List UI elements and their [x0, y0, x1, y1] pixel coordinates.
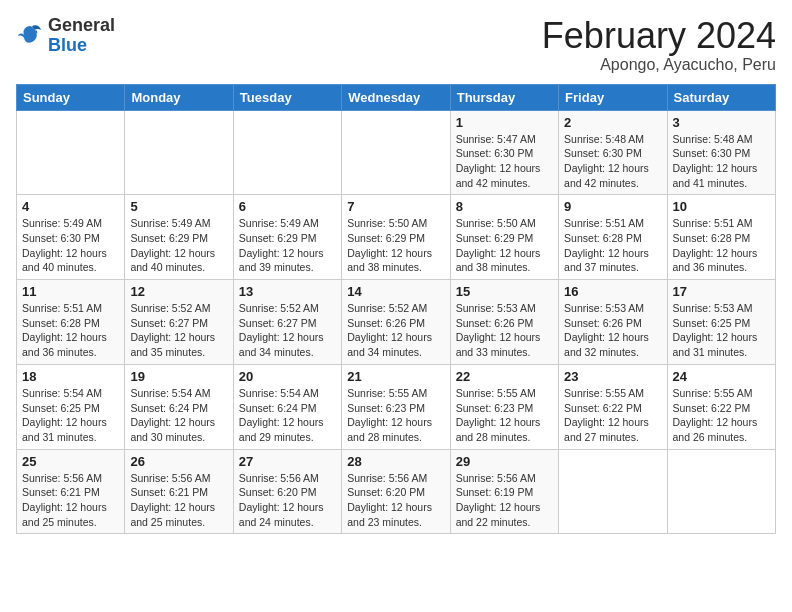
calendar-week-2: 4Sunrise: 5:49 AMSunset: 6:30 PMDaylight… — [17, 195, 776, 280]
day-info: Sunrise: 5:51 AMSunset: 6:28 PMDaylight:… — [564, 216, 661, 275]
calendar-week-4: 18Sunrise: 5:54 AMSunset: 6:25 PMDayligh… — [17, 364, 776, 449]
day-info: Sunrise: 5:47 AMSunset: 6:30 PMDaylight:… — [456, 132, 553, 191]
day-number: 24 — [673, 369, 770, 384]
day-number: 20 — [239, 369, 336, 384]
calendar-cell: 22Sunrise: 5:55 AMSunset: 6:23 PMDayligh… — [450, 364, 558, 449]
day-number: 26 — [130, 454, 227, 469]
day-number: 25 — [22, 454, 119, 469]
day-info: Sunrise: 5:54 AMSunset: 6:25 PMDaylight:… — [22, 386, 119, 445]
day-number: 11 — [22, 284, 119, 299]
calendar-cell — [342, 110, 450, 195]
day-info: Sunrise: 5:49 AMSunset: 6:30 PMDaylight:… — [22, 216, 119, 275]
calendar-cell: 1Sunrise: 5:47 AMSunset: 6:30 PMDaylight… — [450, 110, 558, 195]
calendar-cell: 8Sunrise: 5:50 AMSunset: 6:29 PMDaylight… — [450, 195, 558, 280]
title-block: February 2024 Apongo, Ayacucho, Peru — [542, 16, 776, 74]
day-info: Sunrise: 5:55 AMSunset: 6:22 PMDaylight:… — [564, 386, 661, 445]
day-number: 15 — [456, 284, 553, 299]
calendar-cell: 19Sunrise: 5:54 AMSunset: 6:24 PMDayligh… — [125, 364, 233, 449]
day-number: 13 — [239, 284, 336, 299]
page-subtitle: Apongo, Ayacucho, Peru — [542, 56, 776, 74]
calendar-week-1: 1Sunrise: 5:47 AMSunset: 6:30 PMDaylight… — [17, 110, 776, 195]
calendar-cell: 14Sunrise: 5:52 AMSunset: 6:26 PMDayligh… — [342, 280, 450, 365]
calendar-cell: 27Sunrise: 5:56 AMSunset: 6:20 PMDayligh… — [233, 449, 341, 534]
col-header-friday: Friday — [559, 84, 667, 110]
calendar-cell: 12Sunrise: 5:52 AMSunset: 6:27 PMDayligh… — [125, 280, 233, 365]
day-number: 12 — [130, 284, 227, 299]
day-info: Sunrise: 5:51 AMSunset: 6:28 PMDaylight:… — [22, 301, 119, 360]
calendar-week-3: 11Sunrise: 5:51 AMSunset: 6:28 PMDayligh… — [17, 280, 776, 365]
calendar-cell — [559, 449, 667, 534]
day-number: 3 — [673, 115, 770, 130]
logo: General Blue — [16, 16, 115, 56]
day-info: Sunrise: 5:50 AMSunset: 6:29 PMDaylight:… — [456, 216, 553, 275]
col-header-tuesday: Tuesday — [233, 84, 341, 110]
day-info: Sunrise: 5:56 AMSunset: 6:19 PMDaylight:… — [456, 471, 553, 530]
day-number: 6 — [239, 199, 336, 214]
day-number: 14 — [347, 284, 444, 299]
logo-bird-icon — [16, 22, 44, 50]
calendar-header: SundayMondayTuesdayWednesdayThursdayFrid… — [17, 84, 776, 110]
day-number: 9 — [564, 199, 661, 214]
calendar-cell — [233, 110, 341, 195]
day-number: 10 — [673, 199, 770, 214]
day-number: 16 — [564, 284, 661, 299]
calendar-cell — [17, 110, 125, 195]
calendar-cell: 13Sunrise: 5:52 AMSunset: 6:27 PMDayligh… — [233, 280, 341, 365]
logo-text: General Blue — [48, 16, 115, 56]
calendar-cell: 7Sunrise: 5:50 AMSunset: 6:29 PMDaylight… — [342, 195, 450, 280]
col-header-saturday: Saturday — [667, 84, 775, 110]
col-header-thursday: Thursday — [450, 84, 558, 110]
day-number: 29 — [456, 454, 553, 469]
day-info: Sunrise: 5:53 AMSunset: 6:25 PMDaylight:… — [673, 301, 770, 360]
calendar-table: SundayMondayTuesdayWednesdayThursdayFrid… — [16, 84, 776, 535]
day-info: Sunrise: 5:55 AMSunset: 6:23 PMDaylight:… — [456, 386, 553, 445]
day-info: Sunrise: 5:55 AMSunset: 6:23 PMDaylight:… — [347, 386, 444, 445]
day-info: Sunrise: 5:56 AMSunset: 6:21 PMDaylight:… — [22, 471, 119, 530]
day-info: Sunrise: 5:54 AMSunset: 6:24 PMDaylight:… — [239, 386, 336, 445]
day-number: 17 — [673, 284, 770, 299]
day-number: 8 — [456, 199, 553, 214]
day-info: Sunrise: 5:52 AMSunset: 6:27 PMDaylight:… — [239, 301, 336, 360]
day-info: Sunrise: 5:53 AMSunset: 6:26 PMDaylight:… — [456, 301, 553, 360]
day-info: Sunrise: 5:48 AMSunset: 6:30 PMDaylight:… — [673, 132, 770, 191]
calendar-cell: 29Sunrise: 5:56 AMSunset: 6:19 PMDayligh… — [450, 449, 558, 534]
day-number: 28 — [347, 454, 444, 469]
calendar-cell: 25Sunrise: 5:56 AMSunset: 6:21 PMDayligh… — [17, 449, 125, 534]
calendar-cell: 18Sunrise: 5:54 AMSunset: 6:25 PMDayligh… — [17, 364, 125, 449]
page-header: General Blue February 2024 Apongo, Ayacu… — [16, 16, 776, 74]
day-number: 27 — [239, 454, 336, 469]
calendar-cell: 5Sunrise: 5:49 AMSunset: 6:29 PMDaylight… — [125, 195, 233, 280]
calendar-cell: 2Sunrise: 5:48 AMSunset: 6:30 PMDaylight… — [559, 110, 667, 195]
calendar-cell: 24Sunrise: 5:55 AMSunset: 6:22 PMDayligh… — [667, 364, 775, 449]
col-header-monday: Monday — [125, 84, 233, 110]
calendar-cell: 4Sunrise: 5:49 AMSunset: 6:30 PMDaylight… — [17, 195, 125, 280]
day-info: Sunrise: 5:49 AMSunset: 6:29 PMDaylight:… — [239, 216, 336, 275]
calendar-cell: 10Sunrise: 5:51 AMSunset: 6:28 PMDayligh… — [667, 195, 775, 280]
day-number: 5 — [130, 199, 227, 214]
day-info: Sunrise: 5:50 AMSunset: 6:29 PMDaylight:… — [347, 216, 444, 275]
calendar-cell: 11Sunrise: 5:51 AMSunset: 6:28 PMDayligh… — [17, 280, 125, 365]
day-info: Sunrise: 5:49 AMSunset: 6:29 PMDaylight:… — [130, 216, 227, 275]
day-number: 19 — [130, 369, 227, 384]
calendar-cell: 21Sunrise: 5:55 AMSunset: 6:23 PMDayligh… — [342, 364, 450, 449]
day-number: 23 — [564, 369, 661, 384]
calendar-cell: 15Sunrise: 5:53 AMSunset: 6:26 PMDayligh… — [450, 280, 558, 365]
day-info: Sunrise: 5:48 AMSunset: 6:30 PMDaylight:… — [564, 132, 661, 191]
calendar-cell — [125, 110, 233, 195]
day-number: 2 — [564, 115, 661, 130]
calendar-week-5: 25Sunrise: 5:56 AMSunset: 6:21 PMDayligh… — [17, 449, 776, 534]
day-number: 7 — [347, 199, 444, 214]
col-header-sunday: Sunday — [17, 84, 125, 110]
day-info: Sunrise: 5:52 AMSunset: 6:27 PMDaylight:… — [130, 301, 227, 360]
calendar-cell: 26Sunrise: 5:56 AMSunset: 6:21 PMDayligh… — [125, 449, 233, 534]
day-number: 18 — [22, 369, 119, 384]
day-number: 21 — [347, 369, 444, 384]
day-info: Sunrise: 5:56 AMSunset: 6:20 PMDaylight:… — [347, 471, 444, 530]
calendar-cell: 3Sunrise: 5:48 AMSunset: 6:30 PMDaylight… — [667, 110, 775, 195]
day-info: Sunrise: 5:54 AMSunset: 6:24 PMDaylight:… — [130, 386, 227, 445]
day-number: 4 — [22, 199, 119, 214]
calendar-cell: 16Sunrise: 5:53 AMSunset: 6:26 PMDayligh… — [559, 280, 667, 365]
day-info: Sunrise: 5:52 AMSunset: 6:26 PMDaylight:… — [347, 301, 444, 360]
day-info: Sunrise: 5:56 AMSunset: 6:20 PMDaylight:… — [239, 471, 336, 530]
calendar-cell: 9Sunrise: 5:51 AMSunset: 6:28 PMDaylight… — [559, 195, 667, 280]
